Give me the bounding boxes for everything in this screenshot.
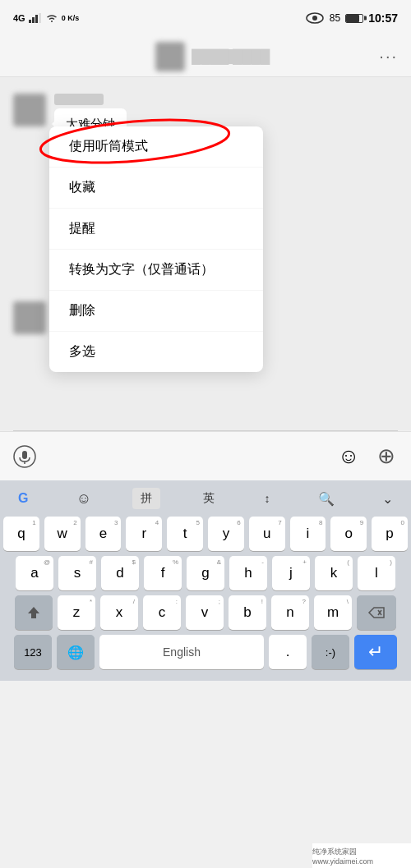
- key-g[interactable]: &g: [187, 556, 224, 590]
- delete-key[interactable]: [357, 595, 396, 630]
- status-bar: 4G 0 K/s 85 10:57: [0, 0, 411, 36]
- menu-item-reminder[interactable]: 提醒: [49, 209, 263, 250]
- battery-label: 85: [330, 12, 340, 24]
- key-d[interactable]: $d: [101, 556, 139, 590]
- key-m[interactable]: \m: [314, 595, 352, 630]
- key-j[interactable]: +j: [272, 556, 310, 590]
- chat-title-area: ████ ████: [155, 42, 270, 71]
- watermark: 纯净系统家园 www.yidaimei.com: [312, 843, 411, 868]
- eye-icon: [305, 11, 325, 25]
- input-area: ☺ ⊕: [0, 431, 411, 480]
- english-btn[interactable]: 英: [195, 488, 223, 509]
- contact-avatar: [155, 42, 185, 71]
- key-k[interactable]: (k: [315, 556, 353, 590]
- svg-rect-1: [32, 17, 35, 23]
- shift-key[interactable]: [15, 595, 53, 630]
- key-p[interactable]: 0p: [372, 517, 408, 551]
- sender-name-blurred: [54, 94, 104, 105]
- key-v[interactable]: ;v: [186, 595, 224, 630]
- menu-item-multiselect[interactable]: 多选: [49, 332, 263, 372]
- add-button[interactable]: ⊕: [372, 442, 401, 471]
- key-q[interactable]: 1q: [3, 517, 39, 551]
- cursor-btn[interactable]: ↕: [258, 489, 277, 508]
- svg-rect-8: [22, 451, 27, 459]
- smiley-key[interactable]: :-): [312, 635, 349, 669]
- key-a[interactable]: @a: [16, 556, 53, 590]
- keyboard-rows: 1q 2w 3e 4r 5t 6y 7u 8i 9o 0p @a #s $d %…: [0, 517, 411, 669]
- keyboard-row-1: 1q 2w 3e 4r 5t 6y 7u 8i 9o 0p: [3, 517, 408, 551]
- menu-item-label: 收藏: [69, 180, 95, 194]
- sender-avatar: [13, 94, 46, 126]
- key-f[interactable]: %f: [144, 556, 182, 590]
- key-l[interactable]: )l: [358, 556, 395, 590]
- key-z[interactable]: *z: [58, 595, 95, 630]
- key-w[interactable]: 2w: [44, 517, 81, 551]
- svg-point-5: [312, 16, 317, 21]
- voice-input-icon: [13, 445, 36, 468]
- globe-key[interactable]: 🌐: [57, 635, 95, 669]
- status-left: 4G 0 K/s: [13, 13, 79, 23]
- period-key[interactable]: .: [269, 635, 307, 669]
- menu-item-label: 提醒: [69, 221, 95, 235]
- wifi-icon: [45, 13, 58, 23]
- search-btn[interactable]: 🔍: [312, 488, 341, 510]
- menu-item-delete[interactable]: 删除: [49, 291, 263, 332]
- voice-input-button[interactable]: [10, 442, 39, 471]
- key-e[interactable]: 3e: [85, 517, 122, 551]
- emoji-selector-btn[interactable]: ☺: [70, 487, 98, 511]
- key-i[interactable]: 8i: [290, 517, 326, 551]
- space-key[interactable]: English: [99, 635, 264, 669]
- chat-header: ████ ████ ···: [0, 36, 411, 77]
- key-u[interactable]: 7u: [249, 517, 285, 551]
- gboard-btn[interactable]: G: [12, 488, 35, 509]
- svg-rect-2: [35, 15, 38, 23]
- key-c[interactable]: :c: [143, 595, 181, 630]
- svg-rect-3: [39, 13, 41, 23]
- menu-item-label: 多选: [69, 344, 95, 358]
- watermark-text: 纯净系统家园 www.yidaimei.com: [312, 847, 411, 866]
- num-key[interactable]: 123: [14, 635, 52, 669]
- battery-icon: [345, 14, 363, 23]
- key-t[interactable]: 5t: [167, 517, 203, 551]
- time-label: 10:57: [368, 11, 398, 25]
- return-key[interactable]: ↵: [354, 635, 397, 669]
- contact-name: ████ ████: [192, 49, 270, 64]
- chat-area: 太难分钟 清澈 🔷 小程序 🔊 6": [0, 77, 411, 430]
- emoji-button[interactable]: ☺: [334, 442, 363, 471]
- keyboard-row-bottom: 123 🌐 English . :-) ↵: [3, 635, 408, 669]
- svg-rect-0: [29, 20, 31, 23]
- key-b[interactable]: !b: [229, 595, 266, 630]
- menu-item-convert[interactable]: 转换为文字（仅普通话）: [49, 250, 263, 291]
- pinyin-btn[interactable]: 拼: [132, 488, 160, 509]
- signal-icon: [29, 13, 42, 23]
- signal-label: 4G: [13, 13, 25, 23]
- speed-label: 0 K/s: [62, 14, 80, 22]
- key-r[interactable]: 4r: [126, 517, 162, 551]
- key-x[interactable]: /x: [100, 595, 138, 630]
- key-y[interactable]: 6y: [208, 517, 244, 551]
- menu-item-earpiece[interactable]: 使用听筒模式: [49, 126, 263, 168]
- key-n[interactable]: ?n: [271, 595, 309, 630]
- keyboard: G ☺ 拼 英 ↕ 🔍 ⌄ 1q 2w 3e 4r 5t 6y 7u 8i 9o…: [0, 480, 411, 681]
- status-right: 85 10:57: [305, 11, 398, 25]
- menu-item-label: 删除: [69, 303, 95, 317]
- menu-item-label: 转换为文字（仅普通话）: [69, 262, 214, 276]
- menu-item-favorite[interactable]: 收藏: [49, 168, 263, 209]
- key-s[interactable]: #s: [58, 556, 96, 590]
- collapse-btn[interactable]: ⌄: [376, 488, 399, 510]
- keyboard-row-3: *z /x :c ;v !b ?n \m: [3, 595, 408, 630]
- context-menu: 使用听筒模式 收藏 提醒 转换为文字（仅普通话） 删除 多选: [49, 126, 263, 372]
- key-h[interactable]: -h: [229, 556, 267, 590]
- keyboard-row-2: @a #s $d %f &g -h +j (k )l: [3, 556, 408, 590]
- more-button[interactable]: ···: [379, 47, 398, 66]
- key-o[interactable]: 9o: [330, 517, 367, 551]
- sender-avatar-2: [13, 301, 46, 334]
- keyboard-top-row: G ☺ 拼 英 ↕ 🔍 ⌄: [0, 480, 411, 517]
- menu-item-label: 使用听筒模式: [69, 139, 148, 153]
